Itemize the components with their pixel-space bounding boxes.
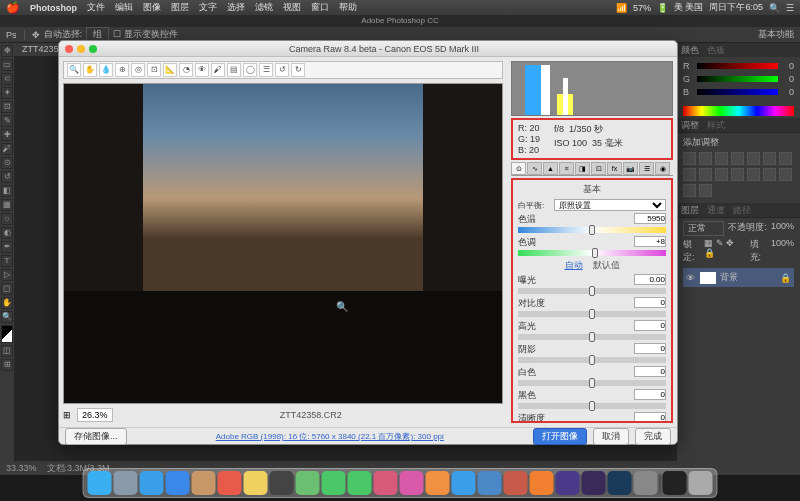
- menu-help[interactable]: 帮助: [339, 1, 357, 14]
- dock-mail[interactable]: [166, 471, 190, 495]
- adj-gradient[interactable]: [683, 184, 696, 197]
- cr-tab-curve[interactable]: ∿: [527, 162, 542, 175]
- lock-icons[interactable]: ▦ ✎ ✥ 🔒: [704, 238, 741, 264]
- eyedropper-tool[interactable]: ✎: [1, 115, 13, 127]
- spectrum-picker[interactable]: [683, 106, 794, 116]
- slider-3-input[interactable]: [634, 343, 666, 354]
- workspace-dropdown[interactable]: 基本功能: [758, 28, 794, 41]
- paths-tab[interactable]: 路径: [733, 204, 751, 217]
- cr-radial-tool[interactable]: ◯: [243, 63, 257, 77]
- cr-rotate-cw[interactable]: ↻: [291, 63, 305, 77]
- cr-adjbrush-tool[interactable]: 🖌: [211, 63, 225, 77]
- slider-2-input[interactable]: [634, 320, 666, 331]
- cr-grad-tool[interactable]: ▤: [227, 63, 241, 77]
- adj-posterize[interactable]: [763, 168, 776, 181]
- status-zoom[interactable]: 33.33%: [6, 463, 37, 473]
- slider-2[interactable]: [518, 334, 666, 340]
- workflow-link[interactable]: Adobe RGB (1998): 16 位: 5760 x 3840 (22.…: [216, 431, 444, 442]
- grid-icon[interactable]: ⊞: [63, 410, 71, 420]
- adj-brightness[interactable]: [683, 152, 696, 165]
- dock-photobooth[interactable]: [374, 471, 398, 495]
- blur-tool[interactable]: ○: [1, 213, 13, 225]
- dock-notes[interactable]: [244, 471, 268, 495]
- cr-tab-camera[interactable]: 📷: [623, 162, 638, 175]
- cr-crop-tool[interactable]: ⊡: [147, 63, 161, 77]
- minimize-button[interactable]: [77, 45, 85, 53]
- cr-zoom-tool[interactable]: 🔍: [67, 63, 81, 77]
- b-value[interactable]: 0: [782, 87, 794, 97]
- cr-straighten-tool[interactable]: 📐: [163, 63, 177, 77]
- close-button[interactable]: [65, 45, 73, 53]
- clock[interactable]: 周日下午6:05: [709, 1, 763, 14]
- cr-hand-tool[interactable]: ✋: [83, 63, 97, 77]
- adjustments-tab[interactable]: 调整: [681, 119, 699, 132]
- menu-file[interactable]: 文件: [87, 1, 105, 14]
- menu-image[interactable]: 图像: [143, 1, 161, 14]
- temp-slider[interactable]: [518, 227, 666, 233]
- dock-maps[interactable]: [296, 471, 320, 495]
- g-slider[interactable]: [697, 76, 778, 82]
- dock-safari[interactable]: [140, 471, 164, 495]
- cr-wb-tool[interactable]: 💧: [99, 63, 113, 77]
- layers-tab[interactable]: 图层: [681, 204, 699, 217]
- wifi-icon[interactable]: 📶: [616, 3, 627, 13]
- lasso-tool[interactable]: ⊂: [1, 73, 13, 85]
- done-button[interactable]: 完成: [635, 428, 671, 445]
- dock-dictionary[interactable]: [504, 471, 528, 495]
- open-image-button[interactable]: 打开图像: [533, 428, 587, 445]
- cr-tab-split[interactable]: ◨: [575, 162, 590, 175]
- save-image-button[interactable]: 存储图像...: [65, 428, 127, 445]
- cr-tab-basic[interactable]: ⊙: [511, 162, 526, 175]
- slider-1[interactable]: [518, 311, 666, 317]
- dock-terminal[interactable]: [663, 471, 687, 495]
- auto-link[interactable]: 自动: [565, 260, 583, 270]
- brush-tool[interactable]: 🖌: [1, 143, 13, 155]
- temp-input[interactable]: [634, 213, 666, 224]
- menu-select[interactable]: 选择: [227, 1, 245, 14]
- adj-invert[interactable]: [747, 168, 760, 181]
- adj-mixer[interactable]: [715, 168, 728, 181]
- default-link[interactable]: 默认值: [593, 260, 620, 270]
- spotlight-icon[interactable]: 🔍: [769, 3, 780, 13]
- r-slider[interactable]: [697, 63, 778, 69]
- quickmask-tool[interactable]: ◫: [1, 345, 13, 357]
- path-tool[interactable]: ▷: [1, 269, 13, 281]
- visibility-icon[interactable]: 👁: [686, 273, 696, 283]
- zoom-tool[interactable]: 🔍: [1, 311, 13, 323]
- dock-ibooks[interactable]: [426, 471, 450, 495]
- shape-tool[interactable]: ▢: [1, 283, 13, 295]
- wb-dropdown[interactable]: 原照设置: [554, 199, 666, 211]
- cr-tab-lens[interactable]: ⊡: [591, 162, 606, 175]
- eraser-tool[interactable]: ◧: [1, 185, 13, 197]
- move-tool[interactable]: ✥: [1, 45, 13, 57]
- dock-trash[interactable]: [689, 471, 713, 495]
- cr-redeye-tool[interactable]: 👁: [195, 63, 209, 77]
- cancel-button[interactable]: 取消: [593, 428, 629, 445]
- channels-tab[interactable]: 通道: [707, 204, 725, 217]
- dock-calendar[interactable]: [218, 471, 242, 495]
- notification-icon[interactable]: ☰: [786, 3, 794, 13]
- dock-illustrator[interactable]: [530, 471, 554, 495]
- cr-tab-snapshots[interactable]: ◉: [655, 162, 670, 175]
- cr-tab-hsl[interactable]: ≡: [559, 162, 574, 175]
- cr-histogram[interactable]: [511, 61, 673, 116]
- dock-contacts[interactable]: [192, 471, 216, 495]
- locale[interactable]: 美 美国: [674, 1, 704, 14]
- opacity-value[interactable]: 100%: [771, 221, 794, 236]
- menu-view[interactable]: 视图: [283, 1, 301, 14]
- menu-filter[interactable]: 滤镜: [255, 1, 273, 14]
- styles-tab[interactable]: 样式: [707, 119, 725, 132]
- g-value[interactable]: 0: [782, 74, 794, 84]
- slider-5[interactable]: [518, 403, 666, 409]
- zoom-button[interactable]: [89, 45, 97, 53]
- adj-hue[interactable]: [763, 152, 776, 165]
- apple-menu-icon[interactable]: 🍎: [6, 1, 20, 14]
- dock-facetime[interactable]: [348, 471, 372, 495]
- adj-curves[interactable]: [715, 152, 728, 165]
- cr-tab-fx[interactable]: fx: [607, 162, 622, 175]
- slider-6-input[interactable]: [634, 412, 666, 423]
- move-tool-icon[interactable]: ✥: [32, 30, 40, 40]
- adj-lookup[interactable]: [731, 168, 744, 181]
- dodge-tool[interactable]: ◐: [1, 227, 13, 239]
- cr-target-tool[interactable]: ◎: [131, 63, 145, 77]
